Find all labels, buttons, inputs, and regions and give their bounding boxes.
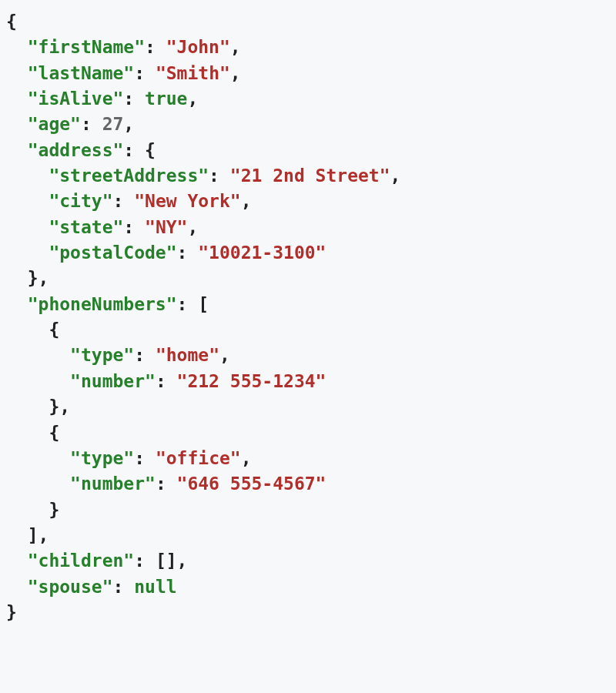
json-punct <box>6 577 28 597</box>
json-key: "postalCode" <box>49 243 176 263</box>
json-punct <box>6 294 28 314</box>
json-punct: , <box>241 448 252 468</box>
json-punct <box>6 243 49 263</box>
json-key: "firstName" <box>28 37 145 57</box>
json-punct <box>6 63 28 83</box>
json-punct: } <box>6 500 59 520</box>
json-punct: : <box>123 217 145 237</box>
json-punct <box>6 371 70 391</box>
json-string: "home" <box>156 345 219 365</box>
json-key: "streetAddress" <box>49 166 209 186</box>
json-punct: }, <box>6 268 49 288</box>
json-punct: : <box>134 63 156 83</box>
json-punct <box>6 474 70 494</box>
json-key: "city" <box>49 191 112 211</box>
json-punct: : <box>81 114 102 134</box>
json-punct <box>6 448 70 468</box>
json-punct: { <box>6 12 17 32</box>
json-punct: { <box>6 423 59 443</box>
json-string: "John" <box>166 37 230 57</box>
json-punct: : <box>134 345 156 365</box>
json-punct: : <box>156 371 177 391</box>
json-punct: : <box>134 448 156 468</box>
json-key: "type" <box>70 345 134 365</box>
json-punct <box>6 114 28 134</box>
json-punct: , <box>219 345 230 365</box>
json-punct: : <box>123 89 145 109</box>
json-string: "21 2nd Street" <box>230 166 390 186</box>
json-punct: : <box>112 577 134 597</box>
json-punct: , <box>187 89 198 109</box>
json-punct <box>6 140 28 160</box>
json-key: "isAlive" <box>28 89 124 109</box>
json-punct: { <box>6 320 59 340</box>
json-key: "spouse" <box>28 577 113 597</box>
json-punct <box>6 191 49 211</box>
json-punct <box>6 551 28 571</box>
json-punct: , <box>241 191 252 211</box>
json-keyword: null <box>134 577 176 597</box>
json-key: "number" <box>70 371 156 391</box>
json-punct: : <box>209 166 230 186</box>
json-key: "address" <box>28 140 124 160</box>
json-punct: , <box>187 217 198 237</box>
json-key: "lastName" <box>28 63 134 83</box>
json-punct <box>6 345 70 365</box>
json-string: "10021-3100" <box>198 243 326 263</box>
json-punct: }, <box>6 397 70 417</box>
json-key: "number" <box>70 474 156 494</box>
json-punct: : [ <box>177 294 209 314</box>
json-punct: : <box>112 191 134 211</box>
json-punct: : <box>177 243 199 263</box>
json-punct: , <box>230 37 241 57</box>
json-number: 27 <box>102 114 124 134</box>
json-string: "office" <box>156 448 241 468</box>
json-string: "NY" <box>145 217 187 237</box>
json-key: "age" <box>28 114 81 134</box>
json-code-block: { "firstName": "John", "lastName": "Smit… <box>6 9 610 625</box>
json-punct <box>6 217 49 237</box>
json-key: "type" <box>70 448 134 468</box>
json-punct <box>6 37 28 57</box>
json-keyword: true <box>145 89 187 109</box>
json-punct: ], <box>6 525 49 545</box>
json-punct <box>6 166 49 186</box>
json-string: "646 555-4567" <box>177 474 326 494</box>
json-punct: : [], <box>134 551 187 571</box>
json-string: "New York" <box>134 191 240 211</box>
json-punct: : { <box>123 140 156 160</box>
json-punct: } <box>6 602 17 622</box>
json-string: "Smith" <box>156 63 230 83</box>
json-key: "phoneNumbers" <box>28 294 177 314</box>
json-punct: : <box>145 37 166 57</box>
json-punct: : <box>156 474 177 494</box>
json-punct: , <box>123 114 134 134</box>
json-key: "state" <box>49 217 123 237</box>
json-key: "children" <box>28 551 134 571</box>
json-punct: , <box>390 166 401 186</box>
json-punct: , <box>230 63 241 83</box>
json-punct <box>6 89 28 109</box>
json-string: "212 555-1234" <box>177 371 326 391</box>
